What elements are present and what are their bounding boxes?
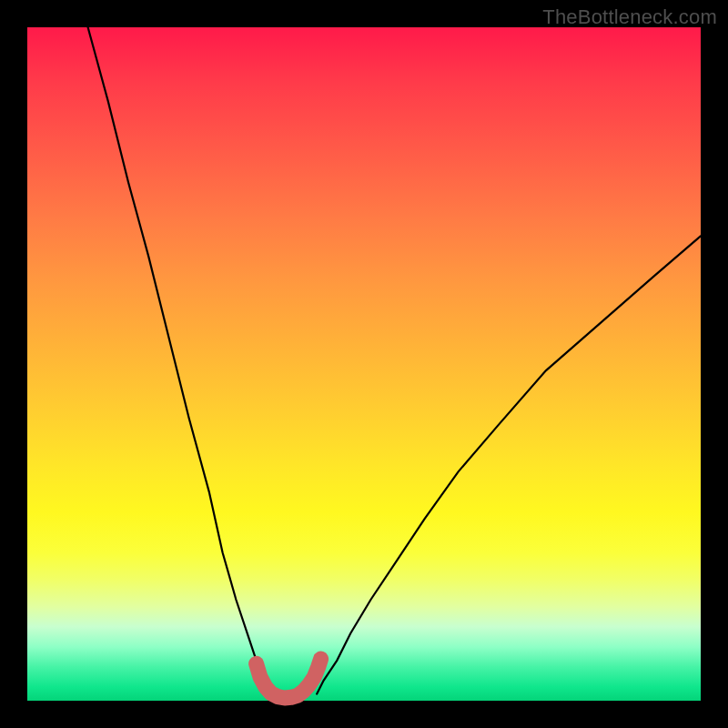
chart-svg [27, 27, 701, 701]
right-curve-line [317, 236, 701, 693]
watermark-text: TheBottleneck.com [542, 5, 717, 29]
outer-frame: TheBottleneck.com [0, 0, 728, 728]
left-curve-line [88, 27, 267, 694]
valley-marker-line [257, 659, 321, 698]
